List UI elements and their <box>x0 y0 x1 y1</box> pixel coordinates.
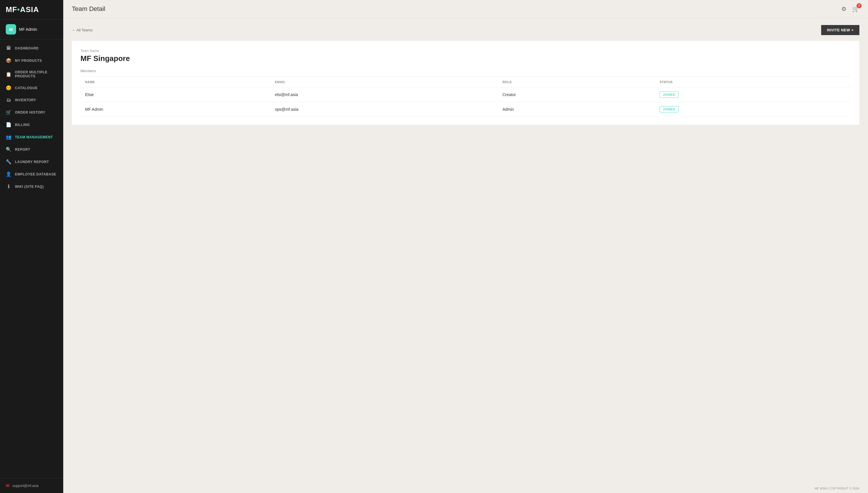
page-footer: MF ASIA | COPYRIGHT © 2024 <box>63 484 868 493</box>
cell-role-0: Creator <box>498 87 655 102</box>
invite-new-button[interactable]: INVITE NEW + <box>821 25 860 35</box>
sidebar-item-wiki[interactable]: ℹWIKI (SITE FAQ) <box>0 180 63 193</box>
team-card: Team Name MF Singapore Members NAMEEMAIL… <box>72 41 860 125</box>
sidebar-label-my-products: MY PRODUCTS <box>15 59 42 63</box>
status-badge: JOINED <box>660 106 679 112</box>
inventory-icon: 🗂 <box>6 98 12 103</box>
cell-name-1: MF Admin <box>81 102 270 117</box>
cell-status-0: JOINED <box>655 87 851 102</box>
sidebar-label-billing: BILLING <box>15 123 30 127</box>
col-header-name: NAME <box>81 77 270 87</box>
sidebar-label-team-management: TEAM MANAGEMENT <box>15 135 53 139</box>
sidebar-item-dashboard[interactable]: 🏛DASHBOARD <box>0 42 63 55</box>
sidebar-logo: MF•ASIA <box>0 0 63 20</box>
sidebar-label-order-history: ORDER HISTORY <box>15 110 45 114</box>
report-icon: 🔍 <box>6 147 12 152</box>
sidebar-label-inventory: INVENTORY <box>15 98 36 102</box>
sidebar-label-report: REPORT <box>15 148 30 152</box>
sidebar-item-laundry-report[interactable]: 🔧LAUNDRY REPORT <box>0 156 63 168</box>
username-label: MF Admin <box>19 27 37 31</box>
sidebar-item-inventory[interactable]: 🗂INVENTORY <box>0 94 63 106</box>
sidebar-item-billing[interactable]: 📄BILLING <box>0 119 63 131</box>
sidebar-label-wiki: WIKI (SITE FAQ) <box>15 185 44 189</box>
sidebar-item-team-management[interactable]: 👥TEAM MANAGEMENT <box>0 131 63 143</box>
order-multiple-icon: 📋 <box>6 72 12 77</box>
my-products-icon: 📦 <box>6 58 12 63</box>
table-header-row: NAMEEMAILROLESTATUS <box>81 77 851 87</box>
topbar: Team Detail ⚙ 🛒 7 <box>63 0 868 18</box>
sidebar-user: M MF Admin <box>0 20 63 39</box>
sidebar-item-order-multiple[interactable]: 📋ORDER MULTIPLE PRODUCTS <box>0 67 63 82</box>
page-title: Team Detail <box>72 5 105 13</box>
wiki-icon: ℹ <box>6 184 12 189</box>
col-header-status: STATUS <box>655 77 851 87</box>
table-row: Elsieelsi@mf.asiaCreatorJOINED <box>81 87 851 102</box>
topbar-actions: ⚙ 🛒 7 <box>841 5 860 13</box>
sidebar-nav: 🏛DASHBOARD📦MY PRODUCTS📋ORDER MULTIPLE PR… <box>0 39 63 478</box>
members-table-body: Elsieelsi@mf.asiaCreatorJOINEDMF Adminop… <box>81 87 851 117</box>
order-history-icon: 🛒 <box>6 110 12 115</box>
gear-icon[interactable]: ⚙ <box>841 5 846 13</box>
brand-dot: • <box>17 5 20 14</box>
catalogue-icon: 😊 <box>6 85 12 91</box>
brand-name2: ASIA <box>20 5 39 14</box>
team-name-value: MF Singapore <box>81 54 851 63</box>
sidebar-item-employee-database[interactable]: 👤EMPLOYEE DATABASE <box>0 168 63 180</box>
col-header-email: EMAIL <box>270 77 498 87</box>
support-email: support@mf.asia <box>13 484 39 488</box>
employee-database-icon: 👤 <box>6 171 12 177</box>
table-row: MF Adminops@mf.asiaAdminJOINED <box>81 102 851 117</box>
col-header-role: ROLE <box>498 77 655 87</box>
sidebar-label-laundry-report: LAUNDRY REPORT <box>15 160 49 164</box>
cell-status-1: JOINED <box>655 102 851 117</box>
dashboard-icon: 🏛 <box>6 46 12 51</box>
cart-button[interactable]: 🛒 7 <box>852 5 860 13</box>
cell-name-0: Elsie <box>81 87 270 102</box>
all-teams-link[interactable]: ← All Teams <box>72 28 93 32</box>
members-table: NAMEEMAILROLESTATUS Elsieelsi@mf.asiaCre… <box>81 77 851 117</box>
sidebar-item-my-products[interactable]: 📦MY PRODUCTS <box>0 55 63 67</box>
billing-icon: 📄 <box>6 122 12 127</box>
brand-name: MF <box>6 5 17 14</box>
sidebar-item-order-history[interactable]: 🛒ORDER HISTORY <box>0 106 63 119</box>
team-management-icon: 👥 <box>6 134 12 140</box>
laundry-report-icon: 🔧 <box>6 159 12 165</box>
sidebar-label-employee-database: EMPLOYEE DATABASE <box>15 172 56 176</box>
team-name-label: Team Name <box>81 49 851 53</box>
avatar: M <box>6 24 16 35</box>
mail-icon: ✉ <box>6 483 9 488</box>
sidebar-item-catalogue[interactable]: 😊CATALOGUE <box>0 82 63 94</box>
sidebar-footer: ✉ support@mf.asia <box>0 478 63 493</box>
cell-role-1: Admin <box>498 102 655 117</box>
status-badge: JOINED <box>660 91 679 98</box>
cell-email-0: elsi@mf.asia <box>270 87 498 102</box>
cart-badge: 7 <box>856 3 862 8</box>
cell-email-1: ops@mf.asia <box>270 102 498 117</box>
sidebar-label-dashboard: DASHBOARD <box>15 46 39 50</box>
members-label: Members <box>81 69 851 73</box>
sidebar-label-catalogue: CATALOGUE <box>15 86 38 90</box>
sidebar-item-report[interactable]: 🔍REPORT <box>0 143 63 156</box>
sidebar-label-order-multiple: ORDER MULTIPLE PRODUCTS <box>15 70 58 78</box>
breadcrumb: ← All Teams INVITE NEW + <box>72 25 860 35</box>
